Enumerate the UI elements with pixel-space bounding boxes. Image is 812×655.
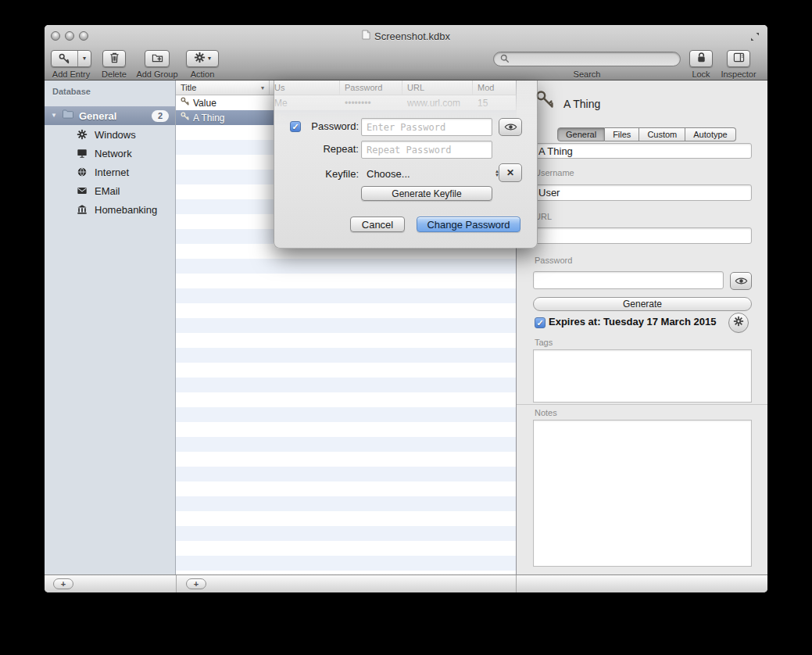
app-window: Screenshot.kdbx ▾ Add Entry Delete A [45, 25, 767, 592]
sidebar-group-general[interactable]: ▼ General 2 [45, 106, 175, 125]
entry-title-cell[interactable]: Value [176, 95, 270, 110]
show-password-button[interactable] [730, 272, 752, 290]
lock-icon [696, 52, 707, 66]
inspector-tabs: General Files Custom Autotype [557, 127, 736, 141]
change-password-label: Change Password [427, 219, 510, 231]
sheet-password-input[interactable] [361, 118, 492, 136]
sidebar-item-homebanking[interactable]: Homebanking [45, 200, 175, 219]
sidebar-group-label: General [79, 110, 147, 122]
entry-count-badge: 2 [152, 110, 169, 122]
inspector-button[interactable] [727, 50, 750, 67]
password-checkbox[interactable]: ✓ [290, 121, 301, 132]
titlebar: Screenshot.kdbx [45, 25, 767, 47]
check-icon: ✓ [536, 319, 543, 328]
change-password-button[interactable]: Change Password [417, 217, 520, 232]
entry-title-cell[interactable]: A Thing [176, 110, 270, 125]
eye-icon [735, 274, 748, 288]
sheet-show-password-button[interactable] [499, 118, 522, 136]
bottom-bar: + + [45, 574, 767, 592]
sidebar: Database ▼ General 2 Windows Network [45, 81, 176, 574]
inspector-entry-title: A Thing [563, 98, 600, 110]
clear-keyfile-button[interactable]: ✕ [499, 163, 522, 182]
notes-input[interactable] [533, 420, 752, 567]
generate-password-button[interactable]: Generate [533, 297, 752, 311]
sidebar-item-windows[interactable]: Windows [45, 125, 175, 144]
sidebar-item-internet[interactable]: Internet [45, 163, 175, 181]
sheet-password-label: Password: [304, 119, 359, 134]
column-header-label: Title [181, 83, 196, 92]
generate-label: Generate [623, 299, 662, 310]
search-icon [500, 52, 510, 66]
plus-icon: + [61, 580, 66, 589]
globe-icon [76, 166, 88, 178]
window-title: Screenshot.kdbx [374, 30, 450, 42]
add-entry-label: Add Entry [46, 70, 96, 79]
inspector-panel-icon [733, 52, 745, 66]
tab-autotype[interactable]: Autotype [685, 127, 735, 141]
sidebar-section-header: Database [52, 87, 91, 96]
action-button[interactable]: ▾ [186, 50, 219, 67]
fullscreen-icon[interactable] [749, 31, 760, 42]
entry-title: Value [193, 98, 216, 109]
generate-keyfile-label: Generate Keyfile [392, 188, 461, 199]
section-divider [517, 404, 767, 405]
sidebar-item-email[interactable]: EMail [45, 181, 175, 200]
check-icon: ✓ [292, 123, 299, 131]
url-field[interactable] [533, 227, 752, 244]
trash-icon [109, 52, 120, 66]
column-header-title[interactable]: Title ▾ [176, 81, 270, 95]
document-icon [362, 30, 370, 42]
keyfile-popup-value: Choose... [367, 168, 410, 180]
sidebar-item-label: Windows [95, 129, 136, 141]
tags-input[interactable] [533, 349, 752, 403]
add-group-button[interactable] [145, 50, 170, 67]
sidebar-item-label: EMail [95, 185, 120, 197]
generate-keyfile-button[interactable]: Generate Keyfile [361, 186, 492, 201]
tab-general[interactable]: General [557, 127, 605, 141]
expires-label: Expires at: Tuesday 17 March 2015 [549, 316, 716, 328]
cancel-label: Cancel [362, 219, 393, 231]
disclosure-triangle-icon[interactable]: ▼ [51, 113, 57, 119]
tab-custom[interactable]: Custom [639, 127, 685, 141]
search-field[interactable] [493, 52, 681, 66]
envelope-icon [76, 184, 88, 197]
add-group-footer-button[interactable]: + [53, 578, 73, 589]
pane-divider [516, 575, 517, 592]
add-entry-footer-button[interactable]: + [186, 578, 206, 589]
eye-icon [504, 120, 517, 134]
sheet-repeat-label: Repeat: [304, 141, 359, 157]
username-label: Username [535, 168, 574, 177]
expires-checkbox[interactable]: ✓ [535, 317, 546, 328]
add-entry-button[interactable]: ▾ [51, 50, 91, 67]
add-group-label: Add Group [126, 70, 188, 79]
gear-icon [194, 52, 206, 66]
close-icon: ✕ [506, 167, 514, 178]
cancel-button[interactable]: Cancel [350, 217, 405, 232]
key-icon [181, 112, 190, 123]
delete-button[interactable] [102, 50, 126, 67]
lock-button[interactable] [689, 50, 713, 67]
username-field[interactable] [533, 184, 752, 201]
pane-divider [176, 575, 177, 592]
sidebar-item-label: Network [95, 148, 132, 159]
inspector-label: Inspector [715, 70, 762, 79]
chevron-down-icon[interactable]: ▾ [78, 55, 91, 62]
sidebar-item-label: Internet [95, 166, 129, 178]
password-label: Password [535, 256, 572, 265]
sheet-keyfile-label: Keyfile: [304, 166, 359, 182]
tab-files[interactable]: Files [605, 127, 639, 141]
password-field[interactable] [533, 271, 724, 289]
search-input[interactable] [513, 53, 674, 66]
change-password-sheet: ✓ Password: Repeat: Keyfile: Choose... ▲… [274, 81, 538, 249]
gear-icon [76, 128, 88, 141]
sort-arrow-icon: ▾ [261, 84, 264, 91]
keyfile-popup[interactable]: Choose... ▲ ▼ [367, 165, 499, 182]
gear-icon [733, 316, 744, 330]
sidebar-item-label: Homebanking [95, 204, 157, 216]
expiry-presets-button[interactable] [728, 313, 749, 333]
key-plus-icon [52, 53, 77, 65]
title-field[interactable] [533, 143, 752, 159]
folder-plus-icon [152, 52, 163, 66]
sidebar-item-network[interactable]: Network [45, 144, 175, 163]
sheet-repeat-input[interactable] [361, 141, 492, 159]
